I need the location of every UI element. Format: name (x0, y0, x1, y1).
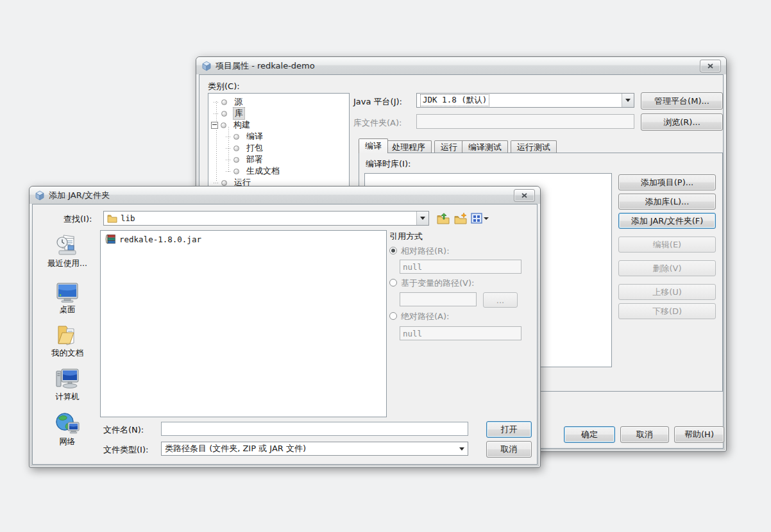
place-computer[interactable]: 计算机 (37, 367, 98, 403)
bullet-icon (233, 157, 239, 163)
combo-arrow-icon[interactable] (416, 212, 428, 225)
new-folder-button[interactable] (453, 211, 468, 226)
place-documents[interactable]: 我的文档 (37, 324, 98, 359)
computer-icon (55, 367, 80, 390)
documents-icon (56, 324, 79, 347)
ok-button[interactable]: 确定 (564, 426, 615, 443)
file-type-combo[interactable]: 类路径条目 (文件夹, ZIP 或 JAR 文件) (161, 442, 468, 456)
library-folder-field[interactable] (416, 114, 634, 129)
file-name-field[interactable] (161, 422, 468, 436)
file-cancel-button[interactable]: 取消 (486, 441, 532, 458)
category-label: 类别(C): (208, 81, 240, 92)
variable-path-label: 基于变量的路径(V): (401, 278, 474, 289)
relative-path-field[interactable] (400, 260, 521, 274)
tree-item-deploy[interactable]: 部署 (226, 154, 264, 165)
place-network[interactable]: 网络 (37, 412, 98, 447)
place-recent[interactable]: 最近使用... (37, 234, 98, 269)
add-jar-folder-dialog: 添加 JAR/文件夹 查找(I): lib (29, 186, 541, 468)
desktop-icon (56, 281, 79, 303)
java-platform-combo[interactable]: JDK 1.8 (默认) (416, 93, 634, 108)
new-folder-icon (454, 212, 468, 225)
compile-libraries-label: 编译时库(I): (366, 158, 411, 170)
look-in-value: lib (121, 213, 135, 223)
combo-arrow-icon[interactable] (622, 94, 634, 107)
tree-item-compile[interactable]: 编译 (226, 131, 264, 142)
add-project-button[interactable]: 添加项目(P)... (618, 174, 716, 190)
netbeans-cube-icon (35, 190, 45, 201)
add-library-button[interactable]: 添加库(L)... (618, 194, 716, 210)
place-desktop[interactable]: 桌面 (37, 281, 98, 315)
add-jar-folder-button[interactable]: 添加 JAR/文件夹(F) (618, 213, 716, 229)
java-platform-label: Java 平台(J): (353, 96, 402, 108)
tab-processor[interactable]: 处理程序 (386, 140, 432, 153)
file-name: redkale-1.8.0.jar (119, 235, 201, 244)
remove-button[interactable]: 删除(V) (618, 260, 716, 276)
bullet-icon (233, 134, 239, 140)
tab-run-test[interactable]: 运行测试 (511, 140, 557, 153)
relative-path-label: 相对路径(R): (401, 245, 450, 257)
variable-browse-button[interactable]: ... (483, 292, 518, 308)
manage-platforms-button[interactable]: 管理平台(M)... (641, 92, 723, 110)
move-up-button[interactable]: 上移(U) (618, 284, 716, 300)
file-name-label: 文件名(N): (103, 424, 144, 436)
folder-icon (107, 214, 117, 223)
move-down-button[interactable]: 下移(D) (618, 303, 716, 319)
up-folder-button[interactable] (436, 211, 451, 226)
add-jar-titlebar[interactable]: 添加 JAR/文件夹 (30, 187, 540, 204)
tree-item-libraries[interactable]: 库 (214, 108, 245, 119)
window-title: 项目属性 - redkale-demo (216, 60, 315, 72)
variable-path-field[interactable] (400, 292, 477, 306)
bullet-icon (221, 99, 227, 105)
tab-run[interactable]: 运行 (434, 140, 464, 153)
files-list[interactable]: redkale-1.8.0.jar (100, 230, 387, 417)
add-jar-body: 查找(I): lib 最近使用... (32, 204, 538, 465)
help-button[interactable]: 帮助(H) (674, 426, 724, 443)
up-folder-icon (437, 212, 450, 225)
recent-icon (55, 234, 80, 257)
close-icon (521, 193, 527, 198)
window-title: 添加 JAR/文件夹 (49, 190, 110, 201)
file-type-value: 类路径条目 (文件夹, ZIP 或 JAR 文件) (165, 443, 306, 454)
tab-compile-test[interactable]: 编译测试 (462, 140, 508, 153)
tab-compile[interactable]: 编译 (359, 138, 388, 153)
bullet-icon (221, 111, 227, 117)
radio-relative-path[interactable] (389, 247, 397, 254)
jar-icon (105, 234, 116, 244)
screen: 项目属性 - redkale-demo 类别(C): 源 库 构建 编译 打包 … (0, 0, 771, 532)
file-type-label: 文件类型(I): (103, 444, 148, 456)
project-properties-titlebar[interactable]: 项目属性 - redkale-demo (196, 57, 726, 74)
tree-item-packaging[interactable]: 打包 (226, 142, 264, 154)
tree-item-documenting[interactable]: 生成文档 (226, 165, 281, 177)
close-icon (707, 63, 713, 69)
caret-down-icon (484, 217, 489, 220)
look-in-label: 查找(I): (64, 213, 92, 225)
java-platform-value: JDK 1.8 (默认) (420, 94, 489, 106)
close-button[interactable] (700, 60, 721, 72)
radio-absolute-path[interactable] (389, 312, 397, 320)
cancel-button[interactable]: 取消 (620, 426, 669, 443)
edit-button[interactable]: 编辑(E) (618, 237, 716, 253)
collapse-icon[interactable] (211, 122, 218, 129)
absolute-path-field[interactable] (400, 326, 521, 340)
network-icon (55, 412, 80, 435)
radio-variable-path[interactable] (389, 279, 397, 287)
bullet-icon (221, 180, 227, 186)
combo-arrow-icon[interactable] (456, 442, 468, 455)
view-menu-button[interactable] (470, 211, 489, 226)
bullet-icon (233, 145, 239, 151)
browse-button[interactable]: 浏览(R)... (641, 113, 723, 131)
absolute-path-label: 绝对路径(A): (401, 311, 449, 322)
view-menu-icon (471, 213, 482, 224)
open-button[interactable]: 打开 (486, 421, 532, 438)
bullet-icon (233, 169, 239, 174)
netbeans-cube-icon (201, 61, 212, 71)
close-button[interactable] (514, 189, 535, 202)
look-in-combo[interactable]: lib (103, 211, 429, 226)
tree-item-build[interactable]: 构建 (211, 119, 251, 131)
tree-item-sources[interactable]: 源 (214, 96, 244, 108)
library-folder-label: 库文件夹(A): (353, 117, 402, 129)
bullet-icon (221, 122, 226, 128)
file-item-redkale-jar[interactable]: redkale-1.8.0.jar (103, 233, 203, 245)
reference-mode-title: 引用方式 (389, 231, 423, 242)
